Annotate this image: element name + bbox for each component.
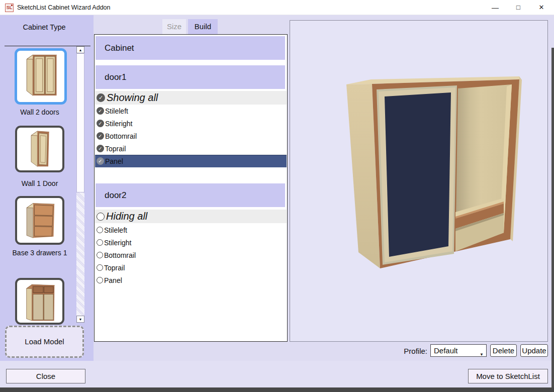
unchecked-radio-icon <box>97 277 103 283</box>
app-icon: SL <box>5 4 14 12</box>
tab-build[interactable]: Build <box>188 19 218 34</box>
cabinet-thumbnail-base-2-doors[interactable] <box>15 278 64 325</box>
door1-item-stileleft[interactable]: ✓ Stileleft <box>95 105 287 117</box>
cabinet-3d-viewport[interactable] <box>290 20 548 342</box>
thumbnail-illustration <box>17 198 62 243</box>
window-bottom-edge <box>0 387 554 392</box>
window-title: SketchList Cabinet Wizard Addon <box>17 4 111 11</box>
profile-label: Profile: <box>392 347 427 355</box>
master-label: Showing all <box>107 92 158 104</box>
unchecked-radio-icon <box>97 252 103 258</box>
close-button[interactable]: Close <box>6 369 85 383</box>
cabinet-thumbnail-base-3-drawers[interactable] <box>15 196 64 245</box>
cabinet-thumbnail-wall-2-doors[interactable] <box>15 48 67 105</box>
checked-icon: ✓ <box>97 132 104 140</box>
item-label: Panel <box>105 157 123 165</box>
item-label: Stileright <box>104 239 131 247</box>
item-label: Panel <box>104 276 122 284</box>
door1-showing-all-row[interactable]: ✓ Showing all <box>95 91 287 105</box>
profile-dropdown-value: Default <box>434 346 458 355</box>
tab-size[interactable]: Size <box>162 19 186 34</box>
move-to-sketchlist-button[interactable]: Move to SketchList <box>468 369 548 383</box>
door1-item-bottomrail[interactable]: ✓ Bottomrail <box>95 130 287 142</box>
checked-icon: ✓ <box>97 107 104 115</box>
door2-item-toprail[interactable]: Toprail <box>95 261 287 274</box>
door2-item-panel[interactable]: Panel <box>95 274 287 286</box>
door1-item-stileright[interactable]: ✓ Stileright <box>95 117 287 130</box>
update-button[interactable]: Update <box>520 344 548 357</box>
sidebar-title: Cabinet Type <box>0 23 88 31</box>
item-label: Toprail <box>105 145 126 153</box>
master-label: Hiding all <box>106 211 147 222</box>
maximize-icon[interactable]: □ <box>507 0 530 15</box>
footer-bar: Close Move to SketchList <box>0 361 554 387</box>
cabinet-type-sidebar: Cabinet Type Wall 2 doors Wall 1 Door <box>0 15 94 361</box>
thumbnail-label: Wall 2 doors <box>2 108 77 117</box>
title-bar: SL SketchList Cabinet Wizard Addon — □ ✕ <box>0 0 554 15</box>
door1-item-panel-selected[interactable]: ✓ Panel <box>95 155 287 167</box>
door2-item-stileright[interactable]: Stileright <box>95 236 287 249</box>
item-label: Stileleft <box>104 226 127 234</box>
thumbnail-illustration <box>17 280 62 323</box>
sidebar-scrollbar[interactable]: ▲ ▼ <box>76 46 84 323</box>
minimize-icon[interactable]: — <box>484 0 507 15</box>
item-label: Bottomrail <box>105 132 137 140</box>
delete-button[interactable]: Delete <box>490 344 517 357</box>
build-panel: Cabinet door1 ✓ Showing all ✓ Stileleft … <box>94 34 288 342</box>
door2-item-bottomrail[interactable]: Bottomrail <box>95 249 287 261</box>
door2-hiding-all-row[interactable]: Hiding all <box>95 210 287 223</box>
thumbnail-illustration <box>17 51 64 102</box>
checked-icon: ✓ <box>97 157 104 165</box>
unchecked-radio-icon <box>97 227 103 233</box>
cabinet-3d-preview <box>332 66 543 277</box>
scrollbar-thumb[interactable] <box>76 53 84 192</box>
thumbnail-label: Wall 1 Door <box>2 179 77 188</box>
load-model-button[interactable]: Load Model <box>5 326 84 358</box>
item-label: Bottomrail <box>104 251 136 259</box>
door2-item-stileleft[interactable]: Stileleft <box>95 224 287 236</box>
unchecked-radio-icon <box>97 213 105 221</box>
profile-dropdown[interactable]: Default ▼ <box>430 344 487 357</box>
item-label: Toprail <box>104 264 125 272</box>
checked-icon: ✓ <box>97 93 105 102</box>
scroll-down-icon[interactable]: ▼ <box>76 316 84 323</box>
window-right-edge <box>551 48 554 387</box>
thumbnail-label: Base 3 drawers 1 <box>2 248 77 257</box>
unchecked-radio-icon <box>97 264 103 271</box>
door1-item-toprail[interactable]: ✓ Toprail <box>95 142 287 155</box>
item-label: Stileright <box>105 120 132 128</box>
scroll-up-icon[interactable]: ▲ <box>76 46 84 53</box>
unchecked-radio-icon <box>97 239 103 246</box>
checked-icon: ✓ <box>97 120 104 127</box>
item-label: Stileleft <box>105 107 128 115</box>
door1-section-header[interactable]: door1 <box>96 65 285 89</box>
door2-section-header[interactable]: door2 <box>96 183 285 207</box>
cabinet-section-header[interactable]: Cabinet <box>96 36 285 60</box>
thumbnail-illustration <box>17 128 62 170</box>
checked-icon: ✓ <box>97 145 104 152</box>
chevron-down-icon: ▼ <box>480 349 484 360</box>
close-icon[interactable]: ✕ <box>530 0 553 15</box>
cabinet-thumbnail-wall-1-door[interactable] <box>15 126 64 172</box>
